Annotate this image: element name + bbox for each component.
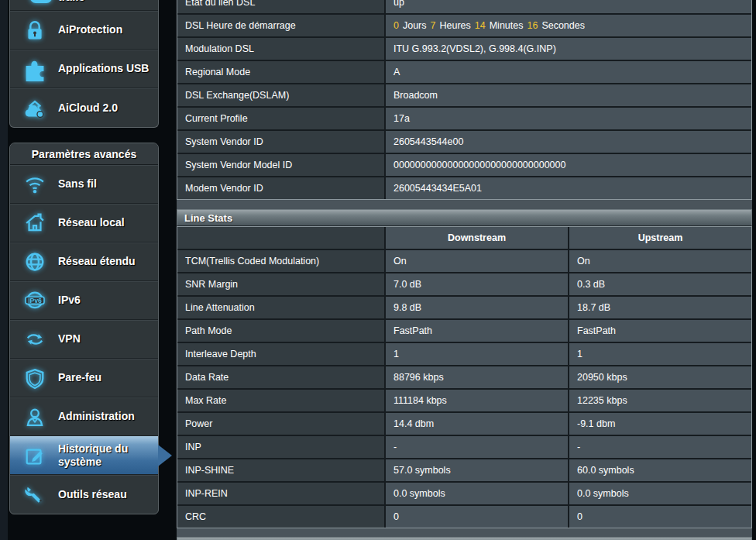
- dsl-info-label: DSL Heure de démarrage: [177, 15, 384, 36]
- sidebar-item-ipv6[interactable]: IPv6 IPv6: [10, 281, 158, 320]
- sidebar-item-label: Applications USB: [58, 62, 153, 75]
- line-stats-table: Downstream Upstream TCM(Trellis Coded Mo…: [177, 226, 752, 528]
- sidebar-item-label: AiCloud 2.0: [58, 101, 153, 115]
- sidebar-item-reseau-etendu[interactable]: Réseau étendu: [10, 242, 158, 281]
- stat-upstream: FastPath: [569, 320, 751, 342]
- puzzle-icon: [22, 57, 47, 81]
- sidebar-item-sans-fil[interactable]: Sans fil: [10, 165, 158, 204]
- stat-label: INP: [177, 436, 384, 458]
- advanced-settings-header: Paramètres avancés: [10, 143, 158, 165]
- svg-text:IPv6: IPv6: [28, 296, 42, 304]
- stat-downstream: 9.8 dB: [386, 297, 568, 318]
- sidebar-item-label: Réseau local: [58, 216, 153, 229]
- line-stats-corner-cell: [177, 227, 384, 249]
- shield-icon: [22, 366, 47, 390]
- sidebar-item-label: VPN: [58, 332, 153, 346]
- uptime-hours: 7: [431, 20, 436, 31]
- wrench-icon: [22, 482, 47, 507]
- stat-downstream: 57.0 symbols: [386, 459, 568, 481]
- globe-icon: [22, 249, 47, 274]
- stat-upstream: 20950 kbps: [569, 366, 751, 388]
- stat-downstream: On: [386, 250, 568, 272]
- wifi-icon: [22, 172, 47, 197]
- page-left-strip: [0, 0, 8, 540]
- sidebar-item-label: Outils réseau: [58, 488, 153, 501]
- stat-label: CRC: [177, 506, 384, 528]
- stat-label: SNR Margin: [177, 273, 384, 295]
- sidebar-item-label: Réseau étendu: [58, 255, 153, 268]
- stat-downstream: 111184 kbps: [386, 390, 568, 411]
- sidebar-main-group: trafic AiProtection Applications USB: [9, 0, 159, 128]
- sidebar-item-label: Pare-feu: [58, 371, 153, 384]
- dsl-info-value: 00000000000000000000000000000000: [386, 154, 751, 176]
- stat-upstream: 0.0 symbols: [569, 483, 751, 504]
- sidebar-advanced-group: Paramètres avancés Sans fil Ré: [9, 143, 159, 514]
- sidebar-item-label: IPv6: [58, 294, 153, 307]
- stat-upstream: 60.0 symbols: [569, 459, 751, 481]
- sidebar-item-applications-usb[interactable]: Applications USB: [10, 50, 158, 88]
- sidebar-item-label: AiProtection: [58, 23, 153, 36]
- dsl-info-value: up: [386, 0, 751, 13]
- stat-downstream: 88796 kbps: [386, 366, 568, 388]
- stat-label: Interleave Depth: [177, 343, 384, 365]
- sidebar-item-administration[interactable]: Administration: [10, 397, 158, 436]
- sidebar-item-reseau-local[interactable]: Réseau local: [10, 204, 158, 242]
- sidebar-item-label: Historique du système: [58, 442, 153, 469]
- dsl-info-label: Current Profile: [177, 108, 384, 129]
- line-stats-section-header: Line Stats: [177, 209, 752, 226]
- dsl-info-value: ITU G.993.2(VDSL2), G.998.4(G.INP): [386, 38, 751, 60]
- traffic-icon: [30, 0, 52, 3]
- ipv6-icon: IPv6: [22, 288, 47, 313]
- stat-label: TCM(Trellis Coded Modulation): [177, 250, 384, 272]
- edit-log-icon: [22, 443, 47, 468]
- user-icon: [22, 404, 47, 429]
- sidebar-item-aiprotection[interactable]: AiProtection: [10, 11, 158, 50]
- dsl-info-value: 17a: [386, 108, 751, 129]
- stat-downstream: 0.0 symbols: [386, 483, 568, 504]
- stat-label: Path Mode: [177, 320, 384, 342]
- dsl-info-table: État du lien DSL up DSL Heure de démarra…: [177, 0, 752, 200]
- stat-label: INP-SHINE: [177, 459, 384, 481]
- sidebar-item-historique-du-systeme[interactable]: Historique du système: [10, 436, 158, 475]
- sidebar-item-vpn[interactable]: VPN: [10, 320, 158, 359]
- dsl-info-value: A: [386, 61, 751, 83]
- stat-upstream: 0: [569, 506, 751, 528]
- stat-downstream: FastPath: [386, 320, 568, 342]
- cloud-icon: [22, 95, 47, 120]
- stat-downstream: 14.4 dbm: [386, 413, 568, 435]
- downstream-column-header: Downstream: [386, 227, 568, 249]
- dsl-info-label: État du lien DSL: [177, 0, 384, 13]
- sidebar-item-outils-reseau[interactable]: Outils réseau: [10, 475, 158, 514]
- stat-label: Max Rate: [177, 390, 384, 411]
- sidebar-item-label: Administration: [58, 410, 153, 423]
- sidebar: trafic AiProtection Applications USB: [9, 0, 159, 514]
- dsl-info-label: Modulation DSL: [177, 38, 384, 60]
- stat-label: Data Rate: [177, 366, 384, 388]
- stat-upstream: 18.7 dB: [569, 297, 751, 318]
- stat-upstream: -: [569, 436, 751, 458]
- sidebar-item-label: Sans fil: [58, 177, 153, 191]
- dsl-info-value: Broadcom: [386, 84, 751, 106]
- selected-item-arrow: [158, 445, 172, 466]
- dsl-info-value: 26005443434E5A01: [386, 177, 751, 199]
- dsl-info-label: System Vendor Model ID: [177, 154, 384, 176]
- upstream-column-header: Upstream: [569, 227, 751, 249]
- stat-label: Line Attenuation: [177, 297, 384, 318]
- lock-icon: [22, 18, 47, 43]
- uptime-minutes: 14: [475, 20, 486, 31]
- stat-downstream: 0: [386, 506, 568, 528]
- dsl-info-label: Regional Mode: [177, 61, 384, 83]
- dsl-info-label: Modem Vendor ID: [177, 177, 384, 199]
- uptime-seconds: 16: [527, 20, 538, 31]
- sidebar-item-trafic-partial[interactable]: trafic: [10, 0, 158, 11]
- uptime-days: 0: [393, 20, 399, 31]
- stat-upstream: On: [569, 250, 751, 272]
- sidebar-item-aicloud[interactable]: AiCloud 2.0: [10, 88, 158, 127]
- sidebar-item-pare-feu[interactable]: Pare-feu: [10, 359, 158, 397]
- dsl-uptime-value: 0Jours7Heures14Minutes16Secondes: [386, 15, 751, 36]
- stat-downstream: 1: [386, 343, 568, 365]
- home-icon: [22, 211, 47, 236]
- stat-downstream: -: [386, 436, 568, 458]
- dsl-info-label: DSL Exchange(DSLAM): [177, 84, 384, 106]
- dsl-info-label: System Vendor ID: [177, 131, 384, 153]
